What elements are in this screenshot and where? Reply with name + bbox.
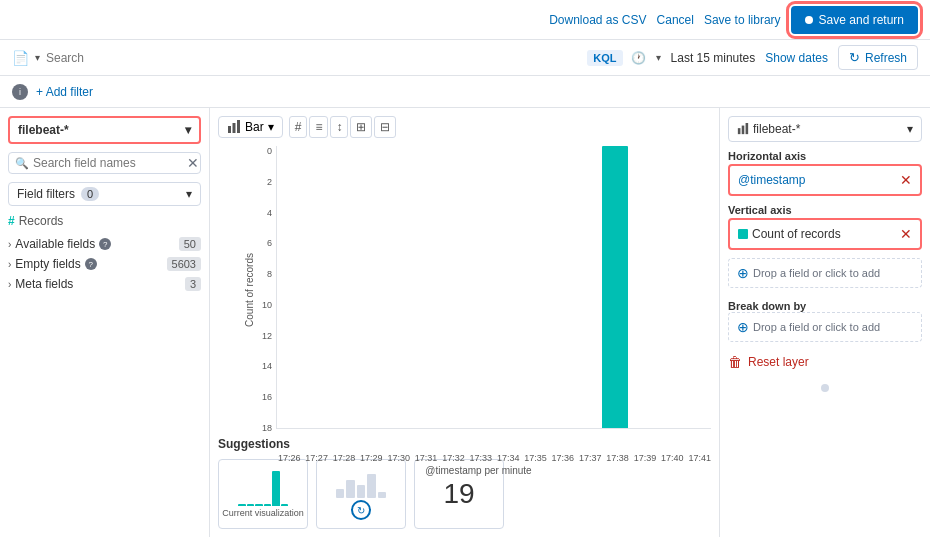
search-fields-icon: 🔍	[15, 157, 29, 170]
remove-count-icon[interactable]: ✕	[900, 226, 912, 242]
save-dot-icon	[805, 16, 813, 24]
search-input[interactable]	[46, 51, 581, 65]
dot-indicator	[821, 384, 829, 392]
plus-icon: ⊕	[737, 265, 749, 281]
suggestions-label: Suggestions	[218, 437, 711, 451]
add-filter-button[interactable]: + Add filter	[36, 85, 93, 99]
cancel-link[interactable]: Cancel	[657, 13, 694, 27]
suggestions-section: Suggestions Current visualization	[218, 437, 711, 529]
horizontal-axis-section: Horizontal axis @timestamp ✕	[728, 150, 922, 196]
chart-icon-btn-4[interactable]: ⊞	[350, 116, 372, 138]
search-bar: 📄 ▾ KQL 🕐 ▾ Last 15 minutes Show dates ↻…	[0, 40, 930, 76]
search-left: 📄 ▾ KQL	[12, 50, 623, 66]
chart-icon-btn-3[interactable]: ↕	[330, 116, 348, 138]
chart-container: Count of records 18 16 14 12 10 8 6 4 2 …	[218, 146, 711, 433]
suggestion-number: 19	[443, 478, 474, 510]
download-csv-link[interactable]: Download as CSV	[549, 13, 646, 27]
right-panel: filebeat-* ▾ Horizontal axis @timestamp …	[720, 108, 930, 537]
main-content: filebeat-* ▾ 🔍 ✕ Field filters 0 ▾ # Rec…	[0, 108, 930, 537]
rp-index-selector[interactable]: filebeat-* ▾	[728, 116, 922, 142]
current-viz-label: Current visualization	[222, 508, 304, 518]
clear-search-icon[interactable]: ✕	[187, 156, 199, 170]
chart-icon-btn-5[interactable]: ⊟	[374, 116, 396, 138]
file-icon: 📄	[12, 50, 29, 66]
chart-toolbar: Bar ▾ # ≡ ↕ ⊞ ⊟	[218, 116, 711, 138]
vertical-axis-field[interactable]: Count of records ✕	[728, 218, 922, 250]
count-color-indicator	[738, 229, 748, 239]
records-label: # Records	[8, 214, 201, 228]
break-down-section: Break down by ⊕ Drop a field or click to…	[728, 296, 922, 342]
svg-rect-2	[237, 120, 240, 133]
clock-icon: 🕐	[631, 51, 646, 65]
chart-icon-btn-2[interactable]: ≡	[309, 116, 328, 138]
available-info-icon: ?	[99, 238, 111, 250]
available-chevron-icon: ›	[8, 239, 11, 250]
svg-rect-0	[228, 126, 231, 133]
empty-fields-group[interactable]: › Empty fields ? 5603	[8, 254, 201, 274]
dot-row	[728, 384, 922, 392]
chart-type-chevron-icon: ▾	[268, 120, 274, 134]
svg-rect-4	[742, 126, 745, 135]
y-ticks: 18 16 14 12 10 8 6 4 2 0	[248, 146, 276, 433]
meta-chevron-icon: ›	[8, 279, 11, 290]
refresh-icon: ↻	[849, 50, 860, 65]
save-and-return-button[interactable]: Save and return	[791, 6, 918, 34]
filter-bar: i + Add filter	[0, 76, 930, 108]
reset-icon: 🗑	[728, 354, 742, 370]
remove-timestamp-icon[interactable]: ✕	[900, 172, 912, 188]
svg-rect-3	[738, 128, 741, 134]
horizontal-axis-field[interactable]: @timestamp ✕	[728, 164, 922, 196]
info-icon: i	[12, 84, 28, 100]
chart-area: Bar ▾ # ≡ ↕ ⊞ ⊟ Count of records 18 16 1…	[210, 108, 720, 537]
field-filter-chevron-icon: ▾	[186, 187, 192, 201]
left-sidebar: filebeat-* ▾ 🔍 ✕ Field filters 0 ▾ # Rec…	[0, 108, 210, 537]
search-fields-wrap: 🔍 ✕	[8, 152, 201, 174]
search-right: 🕐 ▾ Last 15 minutes Show dates ↻ Refresh	[631, 45, 918, 70]
chart-type-button[interactable]: Bar ▾	[218, 116, 283, 138]
reset-layer-button[interactable]: 🗑 Reset layer	[728, 350, 922, 374]
break-down-plus-icon: ⊕	[737, 319, 749, 335]
break-down-drop-area[interactable]: ⊕ Drop a field or click to add	[728, 312, 922, 342]
svg-rect-1	[233, 123, 236, 133]
index-selector[interactable]: filebeat-* ▾	[8, 116, 201, 144]
index-chevron-icon: ▾	[185, 123, 191, 137]
time-range-label[interactable]: Last 15 minutes	[671, 51, 756, 65]
chart-icon-btn-1[interactable]: #	[289, 116, 308, 138]
vertical-axis-section: Vertical axis Count of records ✕	[728, 204, 922, 250]
empty-info-icon: ?	[85, 258, 97, 270]
search-chevron-icon[interactable]: ▾	[35, 52, 40, 63]
kql-badge[interactable]: KQL	[587, 50, 622, 66]
x-axis: 17:26 17:27 17:28 17:29 17:30 17:31 17:3…	[278, 453, 711, 463]
available-fields-group[interactable]: › Available fields ? 50	[8, 234, 201, 254]
drop-field-area[interactable]: ⊕ Drop a field or click to add	[728, 258, 922, 288]
search-fields-input[interactable]	[33, 156, 183, 170]
chart-icon-group: # ≡ ↕ ⊞ ⊟	[289, 116, 397, 138]
empty-chevron-icon: ›	[8, 259, 11, 270]
top-bar: Download as CSV Cancel Save to library S…	[0, 0, 930, 40]
field-filters-row[interactable]: Field filters 0 ▾	[8, 182, 201, 206]
meta-fields-group[interactable]: › Meta fields 3	[8, 274, 201, 294]
time-chevron-icon[interactable]: ▾	[656, 52, 661, 63]
chart-bars	[277, 146, 711, 428]
x-axis-label: @timestamp per minute	[246, 465, 711, 476]
bar-13[interactable]	[602, 146, 628, 428]
save-to-library-link[interactable]: Save to library	[704, 13, 781, 27]
bar-chart-icon	[227, 120, 241, 134]
rp-bar-icon	[737, 123, 749, 135]
chart-inner	[276, 146, 711, 429]
refresh-button[interactable]: ↻ Refresh	[838, 45, 918, 70]
loading-icon: ↻	[351, 500, 371, 520]
rp-chevron-icon: ▾	[907, 122, 913, 136]
show-dates-link[interactable]: Show dates	[765, 51, 828, 65]
svg-rect-5	[746, 123, 749, 134]
